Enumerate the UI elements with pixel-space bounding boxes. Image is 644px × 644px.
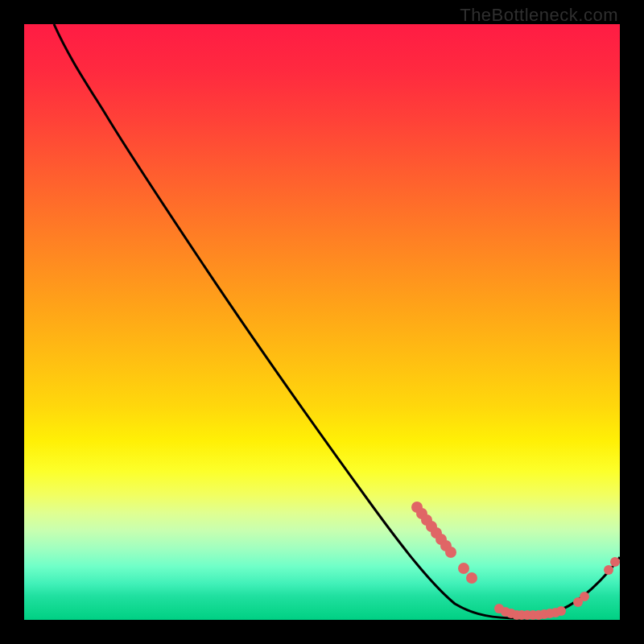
svg-point-7 (445, 547, 456, 558)
watermark-text: TheBottleneck.com (460, 5, 618, 26)
svg-point-24 (604, 565, 613, 575)
chart-plot-area (24, 24, 620, 620)
svg-point-25 (610, 557, 620, 567)
data-dots (411, 502, 620, 620)
chart-svg (24, 24, 620, 620)
svg-point-9 (466, 572, 477, 584)
bottleneck-curve (54, 24, 620, 618)
svg-point-8 (458, 563, 469, 574)
svg-point-23 (580, 592, 589, 601)
svg-point-21 (556, 606, 566, 616)
